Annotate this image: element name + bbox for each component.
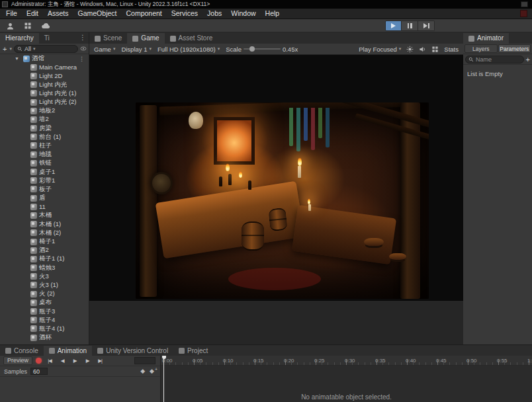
- hierarchy-item[interactable]: 蜡烛3: [0, 264, 89, 272]
- hierarchy-item[interactable]: 椅子1: [0, 237, 89, 246]
- hierarchy-search-input[interactable]: All ▾: [14, 45, 78, 53]
- hierarchy-item[interactable]: Light 内光 (1): [0, 89, 89, 98]
- tab-animator[interactable]: Animator: [463, 33, 509, 44]
- layers-icon[interactable]: [22, 21, 34, 31]
- create-object-button[interactable]: +: [2, 45, 7, 53]
- menu-item[interactable]: Services: [167, 9, 202, 19]
- hierarchy-item[interactable]: 火3 (1): [0, 281, 89, 290]
- first-key-button[interactable]: |◀: [45, 358, 54, 364]
- hierarchy-item[interactable]: 火3: [0, 272, 89, 281]
- gameobject-icon: [30, 169, 37, 175]
- hierarchy-item[interactable]: 瓶子4 (1): [0, 325, 89, 333]
- panel-menu-icon[interactable]: ⋮: [79, 34, 86, 41]
- hierarchy-item[interactable]: 地毯: [0, 150, 89, 159]
- scene-visibility-icon[interactable]: [80, 46, 87, 52]
- hierarchy-item[interactable]: Light 内光: [0, 81, 89, 89]
- prev-key-button[interactable]: ◀: [58, 358, 67, 364]
- play-focused-dropdown[interactable]: Play Focused▾: [359, 46, 401, 53]
- gameobject-icon: [30, 300, 37, 306]
- parameter-search-input[interactable]: Name: [465, 56, 524, 63]
- tab-console[interactable]: Console: [0, 346, 44, 356]
- scale-slider[interactable]: [244, 48, 281, 50]
- scene-side-table: [292, 205, 396, 264]
- hierarchy-item[interactable]: 彩带1: [0, 177, 89, 185]
- hierarchy-item[interactable]: 酒2: [0, 246, 89, 255]
- tab-animation[interactable]: Animation: [44, 346, 92, 356]
- light-icon[interactable]: [406, 46, 414, 53]
- hierarchy-item[interactable]: 地板2: [0, 106, 89, 115]
- hierarchy-item[interactable]: 木桶 (1): [0, 220, 89, 229]
- hierarchy-item[interactable]: 木桶 (2): [0, 229, 89, 237]
- pause-button[interactable]: [402, 20, 418, 31]
- hierarchy-item[interactable]: 11: [0, 202, 89, 211]
- cloud-icon[interactable]: [40, 21, 52, 31]
- create-dropdown-icon[interactable]: ▾: [9, 46, 12, 52]
- add-keyframe-icon[interactable]: ◆: [140, 368, 145, 374]
- preview-toggle-button[interactable]: Preview: [3, 356, 32, 365]
- menu-item[interactable]: Edit: [22, 9, 43, 19]
- scale-slider-knob[interactable]: [249, 46, 255, 52]
- stats-button[interactable]: Stats: [444, 46, 459, 53]
- hierarchy-item[interactable]: Light 内光 (2): [0, 98, 89, 106]
- account-icon[interactable]: [4, 21, 16, 31]
- hierarchy-item[interactable]: 前台 (1): [0, 133, 89, 141]
- tab-game[interactable]: Game: [127, 33, 164, 44]
- hierarchy-root-item[interactable]: ▼ 酒馆 ⋮: [0, 54, 89, 63]
- menu-item[interactable]: File: [1, 9, 22, 19]
- layers-tab[interactable]: Layers: [465, 44, 498, 53]
- tab-timeline-truncated[interactable]: Ti: [39, 33, 55, 44]
- record-button[interactable]: [36, 358, 42, 364]
- timeline-playhead[interactable]: [163, 356, 164, 402]
- hierarchy-item[interactable]: 板子: [0, 185, 89, 194]
- hierarchy-item[interactable]: 墙2: [0, 115, 89, 124]
- tab-project[interactable]: Project: [173, 346, 213, 356]
- samples-value-field[interactable]: 60: [30, 368, 48, 375]
- hierarchy-item[interactable]: 酒杯: [0, 333, 89, 342]
- next-key-button[interactable]: ▶: [83, 358, 92, 364]
- add-parameter-button[interactable]: +: [526, 56, 530, 63]
- hierarchy-item[interactable]: 木桶: [0, 211, 89, 220]
- last-key-button[interactable]: ▶|: [95, 358, 105, 364]
- hierarchy-item[interactable]: 瓶子3: [0, 307, 89, 315]
- version-control-icon: [97, 348, 103, 354]
- menu-item[interactable]: Assets: [43, 9, 73, 19]
- menu-item[interactable]: Jobs: [202, 9, 226, 19]
- hierarchy-item[interactable]: 瓶子4: [0, 316, 89, 325]
- game-mode-dropdown[interactable]: Game▾: [94, 46, 115, 53]
- grid-icon[interactable]: [431, 46, 439, 53]
- tab-unity-version-control[interactable]: Unity Version Control: [92, 346, 173, 356]
- tab-hierarchy[interactable]: Hierarchy: [0, 33, 39, 44]
- mute-audio-icon[interactable]: [419, 46, 426, 53]
- parameters-tab[interactable]: Parameters: [498, 44, 531, 53]
- hierarchy-item[interactable]: Light 2D: [0, 71, 89, 80]
- menu-item[interactable]: GameObject: [73, 9, 122, 19]
- dopesheet-area[interactable]: No animatable object selected.: [161, 366, 532, 402]
- hierarchy-item[interactable]: 铁链: [0, 159, 89, 167]
- hierarchy-item[interactable]: 桌布: [0, 298, 89, 307]
- tab-scene[interactable]: Scene: [89, 33, 127, 44]
- search-filter-caret-icon[interactable]: ▾: [33, 46, 36, 52]
- add-event-icon[interactable]: ◆+: [150, 368, 154, 374]
- hierarchy-item[interactable]: 桌子1: [0, 167, 89, 176]
- play-button[interactable]: [385, 20, 402, 31]
- current-frame-field[interactable]: [134, 357, 155, 364]
- menu-item[interactable]: Help: [261, 9, 285, 19]
- hierarchy-item[interactable]: 火 (2): [0, 290, 89, 298]
- expand-caret-icon[interactable]: ▼: [15, 56, 21, 61]
- menu-item[interactable]: Component: [121, 9, 166, 19]
- titlebar-right-icon[interactable]: [521, 1, 528, 7]
- display-dropdown[interactable]: Display 1▾: [121, 46, 152, 53]
- hierarchy-item[interactable]: 盾: [0, 194, 89, 202]
- hierarchy-item[interactable]: Main Camera: [0, 63, 89, 71]
- hierarchy-item[interactable]: 柱子: [0, 141, 89, 150]
- step-button[interactable]: [418, 20, 435, 31]
- play-animation-button[interactable]: ▶: [70, 358, 79, 364]
- item-options-icon[interactable]: ⋮: [79, 56, 89, 62]
- tab-asset-store[interactable]: Asset Store: [165, 33, 218, 44]
- resolution-dropdown[interactable]: Full HD (1920x1080)▾: [157, 46, 220, 53]
- menu-item[interactable]: Window: [226, 9, 260, 19]
- hierarchy-item[interactable]: 椅子1 (1): [0, 255, 89, 263]
- gameobject-icon: [30, 273, 37, 280]
- hierarchy-item[interactable]: 房梁: [0, 124, 89, 133]
- timeline-ruler[interactable]: 0:000:050:100:150:200:250:300:350:400:45…: [161, 356, 532, 366]
